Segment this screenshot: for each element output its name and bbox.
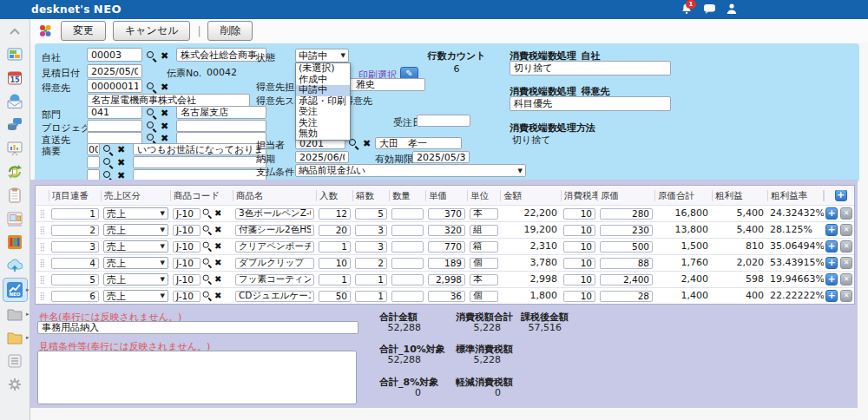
search-icon[interactable] — [147, 51, 157, 62]
tax-rate-input[interactable] — [563, 274, 595, 285]
bookshelf-icon[interactable] — [3, 231, 27, 253]
cost-input[interactable] — [600, 241, 653, 253]
summary-code2-input[interactable] — [87, 156, 100, 168]
clear-icon[interactable]: ✖ — [214, 258, 221, 268]
clear-icon[interactable]: ✖ — [214, 291, 221, 301]
status-option[interactable]: 失注 — [296, 118, 350, 129]
product-code-input[interactable] — [173, 274, 201, 285]
clear-icon[interactable]: ✖ — [214, 274, 221, 285]
unit-price-input[interactable] — [428, 291, 465, 302]
add-row-button[interactable]: + — [825, 240, 838, 253]
search-icon[interactable] — [147, 82, 157, 93]
drag-handle[interactable]: ⣿ — [36, 288, 49, 304]
add-row-button[interactable]: + — [825, 257, 838, 269]
quantity-input[interactable] — [391, 225, 424, 236]
sales-type-select[interactable]: 売上▼ — [103, 207, 168, 220]
drag-handle[interactable]: ⣿ — [36, 272, 49, 287]
search-icon[interactable] — [103, 158, 114, 168]
folder-yellow-icon[interactable]: ▸ — [3, 326, 27, 349]
search-icon[interactable] — [203, 209, 213, 219]
settings-gear-icon[interactable] — [3, 373, 27, 396]
box-count-input[interactable] — [355, 274, 387, 285]
cost-input[interactable] — [600, 274, 653, 285]
search-icon[interactable] — [147, 108, 157, 119]
product-code-input[interactable] — [173, 291, 201, 302]
unit-input[interactable] — [470, 258, 498, 269]
webmail-icon[interactable] — [3, 90, 27, 113]
direct-delivery-name-input[interactable] — [176, 132, 266, 144]
department-code-input[interactable] — [87, 106, 142, 119]
clear-icon[interactable]: ✖ — [161, 108, 168, 119]
delete-row-button[interactable]: ✕ — [840, 240, 852, 253]
item-no-input[interactable] — [51, 241, 99, 253]
status-option[interactable]: 作成中 — [296, 75, 350, 86]
cabinet-icon[interactable] — [3, 207, 27, 230]
subject-input[interactable] — [37, 321, 358, 334]
summary-line2-input[interactable] — [133, 156, 266, 168]
neo-app-icon[interactable]: NEO▸ — [3, 278, 28, 302]
folder-gray-icon[interactable]: ▸ — [3, 303, 27, 325]
drag-handle[interactable]: ⣿ — [36, 206, 49, 221]
qty-per-box-input[interactable] — [319, 291, 351, 302]
delete-row-button[interactable]: ✕ — [840, 290, 852, 302]
tax-rate-input[interactable] — [563, 225, 595, 236]
box-count-input[interactable] — [355, 291, 387, 302]
quantity-input[interactable] — [391, 241, 424, 253]
add-row-button[interactable]: + — [825, 224, 838, 236]
item-no-input[interactable] — [51, 274, 99, 285]
status-option[interactable]: 受注 — [296, 107, 350, 118]
todo-icon[interactable] — [3, 184, 27, 207]
delete-row-button[interactable]: ✕ — [840, 257, 852, 269]
status-option[interactable]: 承認・印刷 — [296, 96, 350, 108]
box-count-input[interactable] — [355, 208, 387, 220]
clear-icon[interactable]: ✖ — [214, 208, 221, 219]
unit-price-input[interactable] — [428, 274, 465, 285]
product-code-input[interactable] — [173, 208, 201, 220]
delete-row-button[interactable]: ✕ — [840, 224, 852, 236]
person-name-input[interactable] — [375, 137, 462, 149]
summary-code-input[interactable] — [87, 143, 100, 155]
report-icon[interactable] — [3, 137, 27, 160]
search-icon[interactable] — [147, 121, 157, 132]
qty-per-box-input[interactable] — [319, 225, 351, 236]
tax-rate-input[interactable] — [563, 291, 595, 302]
box-count-input[interactable] — [355, 258, 387, 269]
search-icon[interactable] — [203, 242, 213, 252]
delivery-date-input[interactable] — [295, 151, 349, 163]
item-no-input[interactable] — [51, 208, 99, 220]
cancel-button[interactable]: キャンセル — [113, 21, 190, 41]
quantity-input[interactable] — [391, 258, 424, 269]
qty-per-box-input[interactable] — [319, 258, 351, 269]
unit-input[interactable] — [470, 225, 498, 236]
search-icon[interactable] — [203, 275, 213, 285]
cost-input[interactable] — [600, 225, 653, 236]
own-company-name-input[interactable] — [176, 48, 266, 62]
portal-icon[interactable] — [3, 43, 27, 66]
sales-type-select[interactable]: 売上▼ — [103, 224, 168, 236]
delete-row-button[interactable]: ✕ — [840, 207, 852, 220]
payment-terms-select[interactable]: 納品前現金払い▼ — [295, 164, 526, 177]
search-icon[interactable] — [147, 134, 157, 144]
chevron-up-icon[interactable] — [3, 20, 27, 43]
cost-input[interactable] — [600, 258, 653, 269]
qty-per-box-input[interactable] — [319, 208, 351, 220]
box-count-input[interactable] — [355, 225, 387, 236]
notification-bell-icon[interactable]: 1 — [680, 2, 694, 16]
delete-row-button[interactable]: ✕ — [840, 273, 852, 285]
unit-input[interactable] — [470, 274, 498, 285]
drag-handle[interactable]: ⣿ — [36, 239, 49, 254]
clear-icon[interactable]: ✖ — [363, 139, 371, 149]
summary-line1-input[interactable] — [133, 143, 266, 155]
chat-icon[interactable] — [702, 2, 716, 16]
qty-per-box-input[interactable] — [319, 241, 351, 253]
quantity-input[interactable] — [391, 274, 424, 285]
customer-code-input[interactable] — [87, 79, 142, 93]
cloud-storage-icon[interactable] — [3, 254, 27, 277]
quantity-input[interactable] — [391, 291, 424, 302]
status-option[interactable]: 無効 — [296, 128, 350, 140]
item-no-input[interactable] — [51, 225, 99, 236]
clear-icon[interactable]: ✖ — [161, 134, 168, 144]
tax-rate-input[interactable] — [563, 258, 595, 269]
clear-icon[interactable]: ✖ — [117, 145, 125, 155]
drag-handle[interactable]: ⣿ — [36, 222, 49, 238]
